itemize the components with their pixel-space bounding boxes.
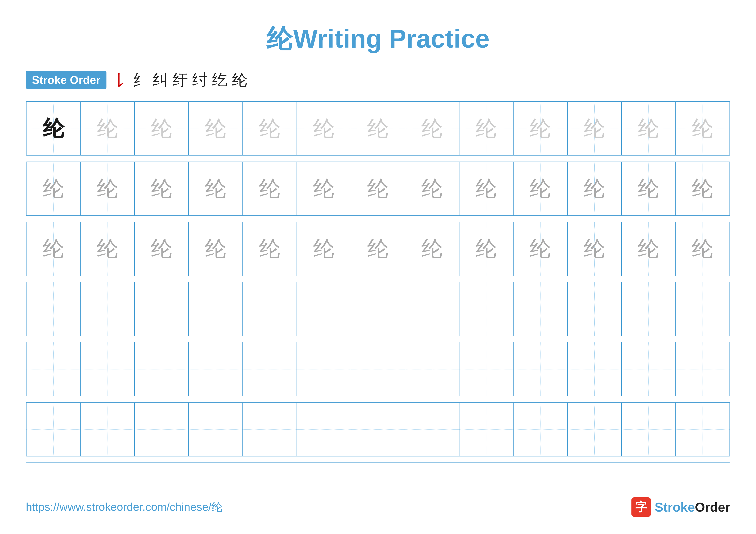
grid-cell[interactable] xyxy=(26,402,80,456)
grid-cell[interactable] xyxy=(513,402,567,456)
practice-character: 纶 xyxy=(151,178,173,199)
footer-url[interactable]: https://www.strokeorder.com/chinese/纶 xyxy=(26,499,223,515)
grid-cell[interactable]: 纶 xyxy=(567,101,622,156)
practice-character: 纶 xyxy=(313,178,335,199)
grid-cell[interactable]: 纶 xyxy=(622,222,676,276)
practice-character: 纶 xyxy=(583,238,605,260)
grid-cell[interactable]: 纶 xyxy=(351,101,405,156)
grid-cell[interactable]: 纶 xyxy=(243,101,297,156)
grid-cell[interactable]: 纶 xyxy=(297,101,351,156)
title-area: 纶 Writing Practice xyxy=(26,21,730,57)
grid-cell[interactable] xyxy=(405,342,459,396)
grid-cell[interactable]: 纶 xyxy=(134,222,189,276)
grid-cell[interactable]: 纶 xyxy=(676,101,730,156)
grid-cell[interactable] xyxy=(351,342,405,396)
grid-cell[interactable]: 纶 xyxy=(297,162,351,216)
grid-cell[interactable] xyxy=(26,282,80,336)
grid-cell[interactable] xyxy=(297,282,351,336)
grid-cell[interactable] xyxy=(459,342,513,396)
grid-cell[interactable] xyxy=(189,282,243,336)
title-english: Writing Practice xyxy=(293,24,490,53)
grid-cell[interactable] xyxy=(351,282,405,336)
grid-cell[interactable] xyxy=(189,342,243,396)
grid-cell[interactable] xyxy=(459,282,513,336)
grid-cell[interactable] xyxy=(243,342,297,396)
grid-cell[interactable] xyxy=(80,342,134,396)
grid-cell[interactable]: 纶 xyxy=(567,222,622,276)
grid-cell[interactable]: 纶 xyxy=(676,222,730,276)
grid-cell[interactable]: 纶 xyxy=(134,162,189,216)
grid-cell[interactable]: 纶 xyxy=(80,162,134,216)
grid-cell[interactable] xyxy=(567,282,622,336)
practice-character: 纶 xyxy=(638,238,659,260)
grid-cell[interactable]: 纶 xyxy=(459,101,513,156)
grid-cell[interactable]: 纶 xyxy=(80,101,134,156)
grid-cell[interactable] xyxy=(243,282,297,336)
grid-cell[interactable] xyxy=(622,342,676,396)
grid-cell[interactable]: 纶 xyxy=(189,222,243,276)
grid-cell[interactable]: 纶 xyxy=(351,162,405,216)
grid-cell[interactable]: 纶 xyxy=(297,222,351,276)
grid-cell[interactable]: 纶 xyxy=(405,101,459,156)
grid-cell[interactable]: 纶 xyxy=(189,101,243,156)
grid-cell[interactable]: 纶 xyxy=(26,101,80,156)
practice-character: 纶 xyxy=(43,178,64,199)
grid-cell[interactable] xyxy=(676,402,730,456)
grid-cell[interactable] xyxy=(405,282,459,336)
grid-cell[interactable]: 纶 xyxy=(459,222,513,276)
practice-character: 纶 xyxy=(151,118,173,140)
grid-cell[interactable]: 纶 xyxy=(513,162,567,216)
grid-cell[interactable] xyxy=(243,402,297,456)
grid-cell[interactable]: 纶 xyxy=(80,222,134,276)
grid-cell[interactable]: 纶 xyxy=(622,101,676,156)
grid-cell[interactable]: 纶 xyxy=(243,222,297,276)
grid-cell[interactable] xyxy=(189,402,243,456)
grid-cell[interactable] xyxy=(80,282,134,336)
grid-cell[interactable] xyxy=(134,282,189,336)
grid-cell[interactable] xyxy=(459,402,513,456)
stroke-step-1: ㇙ xyxy=(113,69,128,90)
grid-cell[interactable] xyxy=(351,402,405,456)
practice-character: 纶 xyxy=(259,118,281,140)
grid-cell[interactable]: 纶 xyxy=(351,222,405,276)
grid-cell[interactable]: 纶 xyxy=(189,162,243,216)
grid-cell[interactable]: 纶 xyxy=(459,162,513,216)
grid-cell[interactable] xyxy=(513,282,567,336)
practice-character: 纶 xyxy=(692,178,713,199)
practice-character: 纶 xyxy=(205,238,227,260)
grid-cell[interactable]: 纶 xyxy=(243,162,297,216)
grid-cell[interactable]: 纶 xyxy=(26,162,80,216)
practice-character: 纶 xyxy=(421,178,443,199)
stroke-step-2: 纟 xyxy=(133,69,148,90)
grid-cell[interactable] xyxy=(297,402,351,456)
practice-character: 纶 xyxy=(583,118,605,140)
practice-character: 纶 xyxy=(313,238,335,260)
stroke-step-3: 纠 xyxy=(152,69,168,90)
practice-grid: 纶纶纶纶纶纶纶纶纶纶纶纶纶纶纶纶纶纶纶纶纶纶纶纶纶纶纶纶纶纶纶纶纶纶纶纶纶纶纶 xyxy=(26,101,730,463)
grid-cell[interactable] xyxy=(567,342,622,396)
grid-cell[interactable]: 纶 xyxy=(134,101,189,156)
grid-cell[interactable] xyxy=(567,402,622,456)
grid-cell[interactable]: 纶 xyxy=(513,222,567,276)
practice-character: 纶 xyxy=(692,118,713,140)
grid-cell[interactable] xyxy=(676,282,730,336)
grid-cell[interactable]: 纶 xyxy=(405,162,459,216)
grid-cell[interactable] xyxy=(676,342,730,396)
practice-character: 纶 xyxy=(367,118,389,140)
grid-cell[interactable]: 纶 xyxy=(567,162,622,216)
practice-character: 纶 xyxy=(421,238,443,260)
grid-cell[interactable]: 纶 xyxy=(513,101,567,156)
grid-cell[interactable] xyxy=(622,402,676,456)
grid-cell[interactable] xyxy=(622,282,676,336)
grid-cell[interactable] xyxy=(26,342,80,396)
grid-cell[interactable] xyxy=(80,402,134,456)
grid-cell[interactable]: 纶 xyxy=(676,162,730,216)
grid-cell[interactable] xyxy=(134,342,189,396)
grid-cell[interactable] xyxy=(134,402,189,456)
grid-cell[interactable]: 纶 xyxy=(26,222,80,276)
grid-cell[interactable]: 纶 xyxy=(622,162,676,216)
grid-cell[interactable] xyxy=(405,402,459,456)
grid-cell[interactable] xyxy=(297,342,351,396)
grid-cell[interactable]: 纶 xyxy=(405,222,459,276)
grid-cell[interactable] xyxy=(513,342,567,396)
